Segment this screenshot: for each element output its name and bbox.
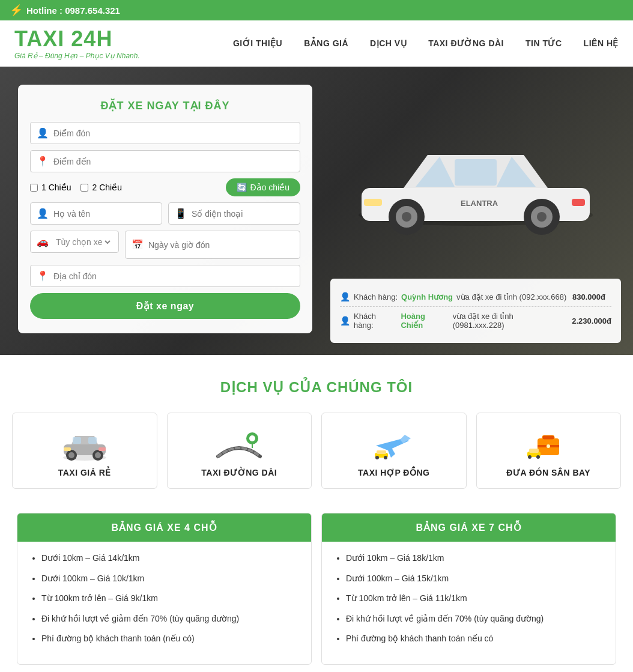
logo-title: TAXI 24H <box>14 26 140 52</box>
svg-point-27 <box>375 456 379 459</box>
notif2-middle: vừa đặt xe đi tỉnh (0981.xxx.228) <box>453 312 566 330</box>
svg-rect-34 <box>529 449 539 453</box>
notif2-prefix: Khách hàng: <box>354 312 397 330</box>
service-label-taxi-contract: TAXI HỢP ĐỒNG <box>328 468 460 477</box>
services-title: DỊCH VỤ CỦA CHÚNG TÔI <box>12 379 621 396</box>
hotline-bar: ⚡ Hotline : 0987.654.321 <box>0 0 633 20</box>
phone-input[interactable] <box>192 209 294 219</box>
taxi-contract-icon <box>328 428 460 461</box>
datetime-input[interactable] <box>148 240 294 250</box>
notif1-middle: vừa đặt xe đi tỉnh (092.xxx.668) <box>456 292 566 301</box>
pricing-item: Dưới 10km – Giá 18k/1km <box>346 552 604 565</box>
one-way-checkbox[interactable] <box>30 184 38 192</box>
two-way-label[interactable]: 2 Chiều <box>80 183 121 192</box>
service-card-taxi-airport[interactable]: ĐƯA ĐÓN SÂN BAY <box>476 413 622 489</box>
pricing-item: Từ 100km trở lên – Giá 11k/1km <box>346 593 604 605</box>
header: TAXI 24H Giá Rẻ – Đúng Hẹn – Phục Vụ Nha… <box>0 20 633 67</box>
one-way-text: 1 Chiều <box>41 183 71 192</box>
svg-point-23 <box>249 435 255 441</box>
address-row: 📍 <box>30 265 300 287</box>
nav-dich-vu[interactable]: DỊCH VỤ <box>370 38 407 48</box>
pickup-row: 👤 <box>30 122 300 144</box>
submit-button[interactable]: Đặt xe ngay <box>30 293 300 319</box>
pricing-item: Dưới 100km – Giá 10k/1km <box>41 573 299 585</box>
hotline-text: Hotline : 0987.654.321 <box>26 5 120 16</box>
pickup-icon: 👤 <box>37 127 49 139</box>
taxi-long-icon <box>174 428 306 461</box>
svg-rect-9 <box>364 199 382 206</box>
dropoff-row: 📍 <box>30 150 300 172</box>
svg-text:ELANTRA: ELANTRA <box>461 199 498 208</box>
two-way-text: 2 Chiều <box>92 183 121 192</box>
nav-gioi-thieu[interactable]: GIỚI THIỆU <box>233 38 282 48</box>
svg-point-36 <box>536 455 540 459</box>
nav-bang-gia[interactable]: BẢNG GIÁ <box>304 38 348 48</box>
pricing-header-7-cho: BẢNG GIÁ XE 7 CHỖ <box>322 513 616 542</box>
name-input[interactable] <box>53 209 156 219</box>
service-card-taxi-long[interactable]: TAXI ĐƯỜNG DÀI <box>167 413 312 489</box>
notification-item-2: 👤 Khách hàng: Hoàng Chiến vừa đặt xe đi … <box>340 307 611 334</box>
pricing-body-4-cho: Dưới 10km – Giá 14k/1kmDưới 100km – Giá … <box>17 542 311 664</box>
svg-point-35 <box>528 455 532 459</box>
main-nav: GIỚI THIỆU BẢNG GIÁ DỊCH VỤ TAXI ĐƯỜNG D… <box>233 38 619 48</box>
user-icon-1: 👤 <box>340 292 350 301</box>
address-icon: 📍 <box>37 270 49 282</box>
nav-tin-tuc[interactable]: TIN TỨC <box>525 38 562 48</box>
notif1-name: Quỳnh Hương <box>401 292 453 301</box>
svg-rect-10 <box>572 199 585 206</box>
swap-button[interactable]: 🔄 Đảo chiều <box>226 178 300 196</box>
pickup-input[interactable] <box>53 129 294 138</box>
svg-rect-30 <box>542 435 554 440</box>
svg-rect-15 <box>88 437 97 444</box>
pricing-item: Dưới 100km – Giá 15k/1km <box>346 573 604 585</box>
two-way-checkbox[interactable] <box>80 184 88 192</box>
swap-label: Đảo chiều <box>250 183 289 192</box>
direction-row: 1 Chiều 2 Chiều 🔄 Đảo chiều <box>30 178 300 196</box>
svg-rect-2 <box>455 159 497 186</box>
pricing-item: Đi khứ hồi lượt về giảm đến 70% (tùy quã… <box>346 613 604 625</box>
user-icon-2: 👤 <box>340 316 350 325</box>
service-card-taxi-contract[interactable]: TAXI HỢP ĐỒNG <box>321 413 467 489</box>
notif2-name: Hoàng Chiến <box>401 312 449 330</box>
pricing-card-4-cho: BẢNG GIÁ XE 4 CHỖ Dưới 10km – Giá 14k/1k… <box>17 513 312 665</box>
taxi-cheap-icon <box>19 428 151 461</box>
svg-rect-26 <box>377 450 386 454</box>
booking-form: ĐẶT XE NGAY TẠI ĐÂY 👤 📍 1 Chiều 2 Chiều <box>18 85 312 333</box>
svg-point-19 <box>95 452 101 458</box>
nav-lien-he[interactable]: LIÊN HỆ <box>584 38 619 48</box>
hero-right: ELANTRA 👤 Khách hàng: Quỳnh Hương vừa đặ… <box>324 67 633 355</box>
name-row: 👤 <box>30 202 162 225</box>
taxi-airport-icon <box>483 428 615 461</box>
customer-notifications: 👤 Khách hàng: Quỳnh Hương vừa đặt xe đi … <box>330 279 621 343</box>
service-card-taxi-cheap[interactable]: TAXI GIÁ RẺ <box>12 413 157 489</box>
nav-taxi-duong-dai[interactable]: TAXI ĐƯỜNG DÀI <box>428 38 504 48</box>
address-input[interactable] <box>53 271 294 281</box>
service-label-taxi-long: TAXI ĐƯỜNG DÀI <box>174 468 306 477</box>
one-way-label[interactable]: 1 Chiều <box>30 183 71 192</box>
logo-tagline: Giá Rẻ – Đúng Hẹn – Phục Vụ Nhanh. <box>14 52 140 60</box>
car-datetime-row: 🚗 Tùy chọn xe Xe 4 chỗ Xe 7 chỗ Xe 16 ch… <box>30 231 300 259</box>
dropoff-input[interactable] <box>53 157 294 166</box>
pricing-item: Dưới 10km – Giá 14k/1km <box>41 552 299 565</box>
notif2-amount: 2.230.000đ <box>570 316 611 325</box>
svg-point-32 <box>547 444 550 448</box>
pricing-body-7-cho: Dưới 10km – Giá 18k/1kmDưới 100km – Giá … <box>322 542 616 664</box>
pricing-card-7-cho: BẢNG GIÁ XE 7 CHỖ Dưới 10km – Giá 18k/1k… <box>321 513 616 665</box>
car-select[interactable]: Tùy chọn xe Xe 4 chỗ Xe 7 chỗ Xe 16 chỗ <box>53 237 112 247</box>
datetime-row: 📅 <box>125 231 300 259</box>
logo: TAXI 24H Giá Rẻ – Đúng Hẹn – Phục Vụ Nha… <box>14 26 140 60</box>
name-icon: 👤 <box>37 208 49 219</box>
swap-icon: 🔄 <box>237 183 247 192</box>
svg-point-8 <box>537 212 547 222</box>
svg-point-5 <box>402 212 411 222</box>
pricing-header-4-cho: BẢNG GIÁ XE 4 CHỖ <box>17 513 311 542</box>
name-phone-row: 👤 📱 <box>30 202 300 225</box>
services-grid: TAXI GIÁ RẺ TAXI ĐƯỜNG DÀI <box>12 413 621 489</box>
car-select-row: 🚗 Tùy chọn xe Xe 4 chỗ Xe 7 chỗ Xe 16 ch… <box>30 231 119 253</box>
svg-rect-21 <box>98 447 106 451</box>
services-section: DỊCH VỤ CỦA CHÚNG TÔI TAXI GIÁ R <box>0 355 633 501</box>
logo-brand2: 24H <box>71 26 112 51</box>
dropoff-icon: 📍 <box>37 156 49 167</box>
svg-rect-20 <box>64 447 71 451</box>
notification-item-1: 👤 Khách hàng: Quỳnh Hương vừa đặt xe đi … <box>340 287 611 307</box>
